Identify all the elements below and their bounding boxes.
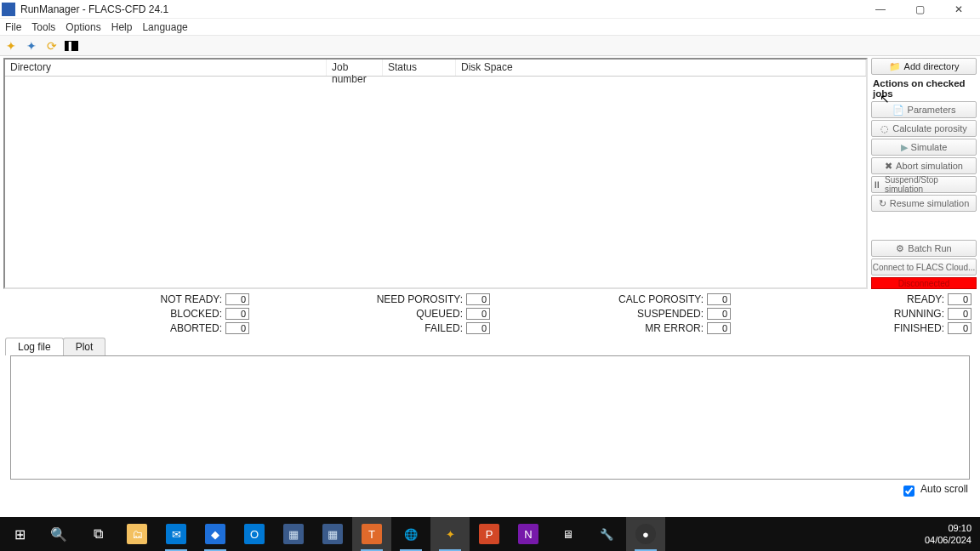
autoscroll-row: Auto scroll xyxy=(0,480,980,499)
start-button[interactable]: ⊞ xyxy=(0,517,39,551)
reload-icon: ↻ xyxy=(879,198,886,209)
counter-failed: FAILED:0 xyxy=(249,321,490,335)
play-icon: ▶ xyxy=(901,142,908,153)
resume-label: Resume simulation xyxy=(890,198,970,208)
toolbar-terminal-icon[interactable]: ▌ xyxy=(65,41,78,51)
taskbar-onenote[interactable]: N xyxy=(509,517,548,551)
col-job-number[interactable]: Job number xyxy=(327,60,383,76)
params-icon: 📄 xyxy=(892,105,904,116)
close-button[interactable]: ✕ xyxy=(939,0,978,19)
taskbar-app-blue[interactable]: ◆ xyxy=(196,517,235,551)
connect-cloud-button[interactable]: Connect to FLACS Cloud... xyxy=(871,258,977,276)
grid-header: Directory Job number Status Disk Space xyxy=(5,60,866,77)
toolbar-icon-2[interactable]: ✦ xyxy=(24,38,39,54)
toolbar-refresh-icon[interactable]: ⟳ xyxy=(44,38,60,54)
batch-run-label: Batch Run xyxy=(908,243,951,253)
counter-need-porosity: NEED POROSITY:0 xyxy=(249,293,490,306)
actions-section-label: Actions on checked jobs xyxy=(871,77,977,99)
counter-mr-error: MR ERROR:0 xyxy=(490,321,731,335)
simulate-button[interactable]: ▶ Simulate xyxy=(871,139,977,156)
tab-log-file[interactable]: Log file xyxy=(5,338,64,355)
taskbar-outlook[interactable]: ✉ xyxy=(157,517,196,551)
suspend-button[interactable]: ⏸ Suspend/Stop simulation xyxy=(871,176,977,193)
window-title: RunManager - FLACS-CFD 24.1 xyxy=(20,3,861,15)
col-directory[interactable]: Directory xyxy=(5,60,327,76)
taskbar-app-misc1[interactable]: 🖥 xyxy=(548,517,587,551)
porosity-icon: ◌ xyxy=(880,123,889,134)
taskbar-cfd2[interactable]: ▦ xyxy=(313,517,352,551)
log-textarea[interactable] xyxy=(10,355,970,480)
autoscroll-label: Auto scroll xyxy=(920,483,968,499)
add-directory-button[interactable]: 📁 Add directory xyxy=(871,58,977,75)
toolbar-icon-1[interactable]: ✦ xyxy=(3,38,19,54)
counter-aborted: ABORTED:0 xyxy=(9,321,249,335)
main-row: Directory Job number Status Disk Space 📁… xyxy=(0,56,980,291)
side-panel: 📁 Add directory Actions on checked jobs … xyxy=(869,56,980,291)
counter-queued: QUEUED:0 xyxy=(249,307,490,321)
counter-suspended: SUSPENDED:0 xyxy=(490,307,731,321)
clock-date: 04/06/2024 xyxy=(925,534,971,546)
parameters-button[interactable]: 📄 Parameters xyxy=(871,101,977,118)
search-button[interactable]: 🔍 xyxy=(39,517,78,551)
col-status[interactable]: Status xyxy=(383,60,456,76)
menu-language[interactable]: Language xyxy=(142,21,187,33)
taskbar-obs[interactable]: ● xyxy=(626,517,665,551)
taskbar-outlook2[interactable]: O xyxy=(235,517,274,551)
task-view-button[interactable]: ⧉ xyxy=(78,517,117,551)
autoscroll-checkbox[interactable] xyxy=(903,486,914,497)
counter-not-ready: NOT READY:0 xyxy=(9,293,249,306)
taskbar-cfd1[interactable]: ▦ xyxy=(274,517,313,551)
minimize-button[interactable]: — xyxy=(861,0,900,19)
taskbar: ⊞ 🔍 ⧉ 🗂 ✉ ◆ O ▦ ▦ T 🌐 ✦ P N 🖥 🔧 ● 09:10 … xyxy=(0,517,980,551)
tabs-row: Log file Plot xyxy=(0,337,980,355)
jobs-grid[interactable]: Directory Job number Status Disk Space xyxy=(3,58,868,289)
toolbar: ✦ ✦ ⟳ ▌ xyxy=(0,36,980,56)
connection-status: Disconnected xyxy=(871,277,977,289)
counter-ready: READY:0 xyxy=(731,293,971,306)
menubar: File Tools Options Help Language xyxy=(0,19,980,36)
batch-run-button[interactable]: ⚙ Batch Run xyxy=(871,240,977,257)
taskbar-app-misc2[interactable]: 🔧 xyxy=(587,517,626,551)
taskbar-chrome[interactable]: 🌐 xyxy=(391,517,430,551)
counter-blocked: BLOCKED:0 xyxy=(9,307,249,321)
taskbar-teams[interactable]: T xyxy=(352,517,391,551)
suspend-label: Suspend/Stop simulation xyxy=(885,175,976,194)
simulate-label: Simulate xyxy=(911,142,948,152)
parameters-label: Parameters xyxy=(908,105,956,115)
counter-calc-porosity: CALC POROSITY:0 xyxy=(490,293,731,306)
calc-porosity-label: Calculate porosity xyxy=(892,123,966,133)
menu-options[interactable]: Options xyxy=(66,21,100,33)
taskbar-flacs[interactable]: ✦ xyxy=(430,517,470,551)
add-directory-label: Add directory xyxy=(904,61,960,71)
titlebar: RunManager - FLACS-CFD 24.1 — ▢ ✕ xyxy=(0,0,980,19)
system-tray[interactable]: 09:10 04/06/2024 xyxy=(916,522,980,546)
menu-tools[interactable]: Tools xyxy=(31,21,55,33)
menu-help[interactable]: Help xyxy=(111,21,133,33)
resume-button[interactable]: ↻ Resume simulation xyxy=(871,195,977,212)
abort-button[interactable]: ✖ Abort simulation xyxy=(871,157,977,174)
tab-plot[interactable]: Plot xyxy=(63,338,106,355)
counters-grid: NOT READY:0 NEED POROSITY:0 CALC POROSIT… xyxy=(0,291,980,337)
abort-icon: ✖ xyxy=(885,161,892,172)
gear-icon: ⚙ xyxy=(896,243,904,254)
taskbar-powerpoint[interactable]: P xyxy=(470,517,509,551)
folder-icon: 📁 xyxy=(889,61,901,72)
maximize-button[interactable]: ▢ xyxy=(900,0,939,19)
abort-label: Abort simulation xyxy=(896,161,963,171)
app-icon xyxy=(2,3,15,16)
clock-time: 09:10 xyxy=(925,522,971,534)
counter-finished: FINISHED:0 xyxy=(731,321,971,335)
taskbar-explorer[interactable]: 🗂 xyxy=(117,517,157,551)
pause-icon: ⏸ xyxy=(872,179,881,190)
col-disk-space[interactable]: Disk Space xyxy=(456,60,866,76)
calc-porosity-button[interactable]: ◌ Calculate porosity xyxy=(871,120,977,137)
menu-file[interactable]: File xyxy=(5,21,21,33)
connect-cloud-label: Connect to FLACS Cloud... xyxy=(873,263,976,272)
counter-running: RUNNING:0 xyxy=(731,307,971,321)
